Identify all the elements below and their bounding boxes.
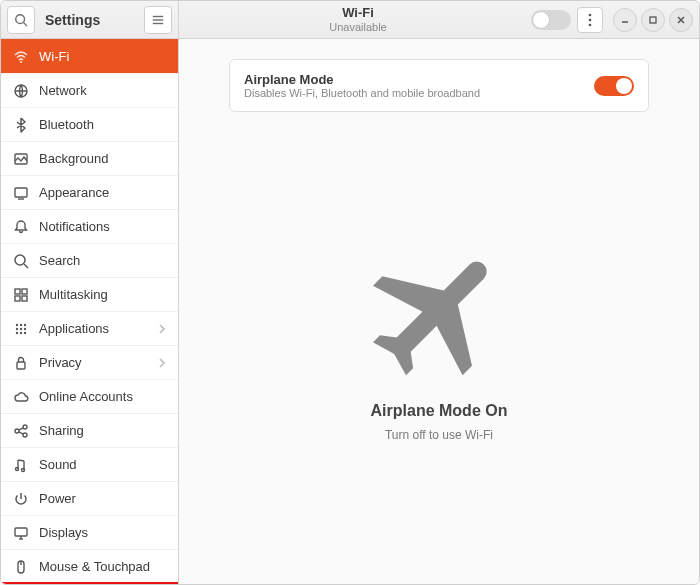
background-icon — [13, 151, 29, 167]
svg-rect-22 — [22, 296, 27, 301]
sidebar-item-label: Online Accounts — [39, 389, 166, 404]
svg-point-29 — [16, 331, 18, 333]
sidebar-item-mouse-touchpad[interactable]: Mouse & Touchpad — [1, 549, 178, 583]
svg-point-34 — [23, 425, 27, 429]
sidebar-item-search[interactable]: Search — [1, 243, 178, 277]
airplane-icon — [359, 234, 519, 394]
svg-point-27 — [20, 327, 22, 329]
minimize-icon — [620, 15, 630, 25]
display-icon — [13, 525, 29, 541]
svg-point-28 — [24, 327, 26, 329]
titlebar-left: Settings — [1, 1, 179, 38]
settings-window: Settings Wi-Fi Unavailable — [0, 0, 700, 585]
content: Airplane Mode Disables Wi-Fi, Bluetooth … — [179, 39, 699, 584]
header-center: Wi-Fi Unavailable — [185, 6, 531, 32]
sidebar-item-multitasking[interactable]: Multitasking — [1, 277, 178, 311]
svg-rect-15 — [15, 188, 27, 197]
placeholder-subtitle: Turn off to use Wi-Fi — [385, 428, 493, 442]
power-icon — [13, 491, 29, 507]
svg-rect-32 — [17, 362, 25, 369]
sound-icon — [13, 457, 29, 473]
svg-point-38 — [16, 467, 19, 470]
menu-icon — [150, 12, 166, 28]
sidebar-item-label: Displays — [39, 525, 166, 540]
svg-point-6 — [589, 18, 592, 21]
svg-point-26 — [16, 327, 18, 329]
sidebar-item-label: Multitasking — [39, 287, 166, 302]
svg-rect-21 — [15, 296, 20, 301]
sidebar-item-label: Background — [39, 151, 166, 166]
sidebar-item-notifications[interactable]: Notifications — [1, 209, 178, 243]
svg-point-24 — [20, 323, 22, 325]
airplane-mode-toggle[interactable] — [594, 76, 634, 96]
sidebar-item-network[interactable]: Network — [1, 73, 178, 107]
chevron-right-icon — [158, 357, 166, 369]
sidebar-item-label: Privacy — [39, 355, 148, 370]
placeholder: Airplane Mode On Turn off to use Wi-Fi — [359, 112, 519, 564]
titlebar: Settings Wi-Fi Unavailable — [1, 1, 699, 39]
sidebar-item-label: Bluetooth — [39, 117, 166, 132]
search-button[interactable] — [7, 6, 35, 34]
wifi-toggle[interactable] — [531, 10, 571, 30]
card-text: Airplane Mode Disables Wi-Fi, Bluetooth … — [244, 72, 480, 99]
sidebar-item-label: Mouse & Touchpad — [39, 559, 166, 574]
sidebar-item-sound[interactable]: Sound — [1, 447, 178, 481]
svg-point-0 — [16, 14, 25, 23]
multitask-icon — [13, 287, 29, 303]
lock-icon — [13, 355, 29, 371]
sidebar-item-bluetooth[interactable]: Bluetooth — [1, 107, 178, 141]
sidebar-item-background[interactable]: Background — [1, 141, 178, 175]
sidebar-item-label: Search — [39, 253, 166, 268]
svg-point-33 — [15, 429, 19, 433]
sidebar[interactable]: Wi-FiNetworkBluetoothBackgroundAppearanc… — [1, 39, 179, 584]
body: Wi-FiNetworkBluetoothBackgroundAppearanc… — [1, 39, 699, 584]
wifi-icon — [13, 49, 29, 65]
page-title: Wi-Fi — [185, 6, 531, 20]
cloud-icon — [13, 389, 29, 405]
svg-point-5 — [589, 13, 592, 16]
svg-point-25 — [24, 323, 26, 325]
minimize-button[interactable] — [613, 8, 637, 32]
sidebar-item-applications[interactable]: Applications — [1, 311, 178, 345]
sidebar-item-label: Applications — [39, 321, 148, 336]
sidebar-item-keyboard[interactable]: Keyboard — [1, 583, 178, 584]
sidebar-item-power[interactable]: Power — [1, 481, 178, 515]
svg-rect-19 — [15, 289, 20, 294]
bluetooth-icon — [13, 117, 29, 133]
share-icon — [13, 423, 29, 439]
maximize-button[interactable] — [641, 8, 665, 32]
appearance-icon — [13, 185, 29, 201]
svg-line-18 — [24, 264, 28, 268]
airplane-mode-card: Airplane Mode Disables Wi-Fi, Bluetooth … — [229, 59, 649, 112]
svg-rect-20 — [22, 289, 27, 294]
sidebar-item-label: Notifications — [39, 219, 166, 234]
close-button[interactable] — [669, 8, 693, 32]
card-subtitle: Disables Wi-Fi, Bluetooth and mobile bro… — [244, 87, 480, 99]
sidebar-item-label: Power — [39, 491, 166, 506]
sidebar-item-label: Network — [39, 83, 166, 98]
sidebar-item-displays[interactable]: Displays — [1, 515, 178, 549]
sidebar-item-wi-fi[interactable]: Wi-Fi — [1, 39, 178, 73]
sidebar-item-appearance[interactable]: Appearance — [1, 175, 178, 209]
mouse-icon — [13, 559, 29, 575]
svg-line-36 — [19, 427, 23, 429]
sidebar-item-privacy[interactable]: Privacy — [1, 345, 178, 379]
sidebar-item-label: Appearance — [39, 185, 166, 200]
chevron-right-icon — [158, 323, 166, 335]
hamburger-button[interactable] — [144, 6, 172, 34]
sidebar-item-online-accounts[interactable]: Online Accounts — [1, 379, 178, 413]
svg-point-12 — [20, 61, 22, 63]
sidebar-item-sharing[interactable]: Sharing — [1, 413, 178, 447]
more-button[interactable] — [577, 7, 603, 33]
close-icon — [676, 15, 686, 25]
search-icon — [13, 12, 29, 28]
svg-point-23 — [16, 323, 18, 325]
sidebar-item-label: Sharing — [39, 423, 166, 438]
maximize-icon — [648, 15, 658, 25]
svg-line-37 — [19, 431, 23, 433]
svg-rect-9 — [650, 17, 656, 23]
svg-line-1 — [24, 22, 28, 26]
svg-rect-40 — [15, 528, 27, 536]
svg-point-39 — [22, 468, 25, 471]
sidebar-item-label: Sound — [39, 457, 166, 472]
